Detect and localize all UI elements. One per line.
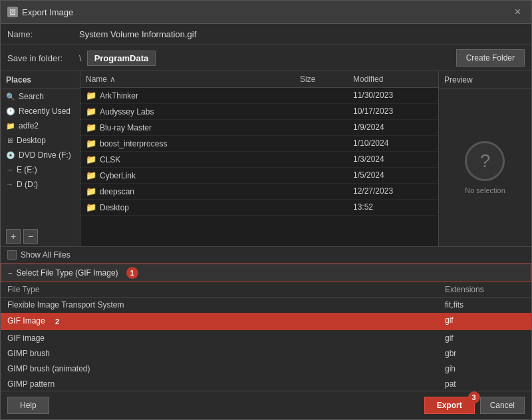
sidebar-item-recently-used[interactable]: 🕐 Recently Used — [1, 104, 80, 118]
file-name-cell: 📁 deepscan — [86, 186, 300, 196]
table-row[interactable]: 📁 ArkThinker 11/30/2023 — [80, 88, 438, 104]
preview-icon: ? — [465, 141, 505, 181]
file-name-cell: 📁 CLSK — [86, 154, 300, 164]
table-row[interactable]: 📁 Blu-ray Master 1/9/2024 — [80, 120, 438, 136]
drive-icon: → — [6, 166, 13, 174]
preview-panel: Preview ? No selection — [438, 71, 531, 246]
column-name[interactable]: Name ∧ — [86, 75, 300, 84]
sidebar-item-dvd[interactable]: 💿 DVD Drive (F:) — [1, 148, 80, 162]
places-panel: Places 🔍 Search 🕐 Recently Used 📁 adfe2 … — [1, 71, 80, 246]
list-item[interactable]: GIMP brush gbr — [1, 346, 531, 361]
title-bar-left: 🖼 Export Image — [7, 7, 73, 17]
search-icon: 🔍 — [6, 93, 15, 101]
places-header: Places — [1, 71, 80, 89]
folder-label: Save in folder: — [7, 53, 74, 63]
filename-value: System Volume Information.gif — [79, 29, 196, 39]
sidebar-item-adfe2[interactable]: 📁 adfe2 — [1, 118, 80, 133]
folder-icon: 📁 — [86, 170, 96, 180]
folder-icon: 📁 — [86, 186, 96, 196]
file-name-cell: 📁 Blu-ray Master — [86, 122, 300, 132]
table-row[interactable]: 📁 Audyssey Labs 10/17/2023 — [80, 104, 438, 120]
sidebar-item-label: E (E:) — [17, 165, 37, 174]
show-all-checkbox[interactable] — [7, 250, 17, 260]
file-name-cell: 📁 boost_interprocess — [86, 138, 300, 148]
show-all-label[interactable]: Show All Files — [21, 250, 70, 260]
file-name-cell: 📁 Audyssey Labs — [86, 106, 300, 116]
folder-row: Save in folder: \ ProgramData Create Fol… — [1, 45, 531, 71]
sidebar-item-label: D (D:) — [17, 180, 38, 189]
title-bar: 🖼 Export Image × — [1, 1, 531, 24]
filetype-col-header: File Type — [7, 285, 445, 294]
sidebar-item-d[interactable]: → D (D:) — [1, 177, 80, 192]
filetype-list: Flexible Image Transport System fit,fits… — [1, 298, 531, 391]
list-item[interactable]: GIF Image 2 gif — [1, 313, 531, 331]
column-modified: Modified — [353, 75, 433, 84]
list-item[interactable]: GIMP pattern pat — [1, 377, 531, 391]
folder-icon: 📁 — [86, 122, 96, 132]
question-icon: ? — [480, 150, 491, 172]
table-row[interactable]: 📁 CLSK 1/3/2024 — [80, 152, 438, 168]
dvd-icon: 💿 — [6, 151, 15, 160]
file-name-cell: 📁 ArkThinker — [86, 91, 300, 101]
column-size: Size — [300, 75, 353, 84]
folder-sep: \ — [79, 53, 82, 63]
remove-place-button[interactable]: − — [23, 229, 38, 244]
preview-content: ? No selection — [465, 89, 505, 246]
name-row: Name: System Volume Information.gif — [1, 24, 531, 45]
folder-icon: 📁 — [86, 138, 96, 148]
sidebar-item-label: Desktop — [17, 136, 46, 145]
badge-2: 2 — [51, 315, 63, 327]
sidebar-item-e[interactable]: → E (E:) — [1, 162, 80, 177]
files-header: Name ∧ Size Modified — [80, 71, 438, 88]
collapse-arrow-icon: − — [8, 269, 12, 277]
file-name-cell: 📁 CyberLink — [86, 170, 300, 180]
folder-icon: 📁 — [86, 202, 96, 212]
main-panel: Places 🔍 Search 🕐 Recently Used 📁 adfe2 … — [1, 71, 531, 247]
help-button[interactable]: Help — [7, 397, 49, 414]
add-place-button[interactable]: + — [6, 229, 21, 244]
export-button[interactable]: Export 3 — [424, 397, 475, 414]
sidebar-item-desktop[interactable]: 🖥 Desktop — [1, 133, 80, 148]
select-filetype-label: Select File Type (GIF Image) — [16, 268, 118, 278]
extensions-col-header: Extensions — [445, 285, 525, 294]
table-row[interactable]: 📁 boost_interprocess 1/10/2024 — [80, 136, 438, 152]
sidebar-item-label: DVD Drive (F:) — [19, 150, 71, 160]
folder-path: ProgramData — [87, 51, 156, 66]
table-row[interactable]: 📁 Desktop 13:52 — [80, 200, 438, 216]
name-label: Name: — [7, 29, 74, 39]
folder-icon: 📁 — [86, 106, 96, 116]
sidebar-item-label: adfe2 — [19, 121, 39, 130]
sidebar-item-label: Search — [19, 92, 44, 101]
sidebar-item-label: Recently Used — [19, 106, 70, 116]
dialog-icon: 🖼 — [7, 7, 18, 17]
list-item[interactable]: GIMP brush (animated) gih — [1, 361, 531, 377]
filetype-table-header: File Type Extensions — [1, 282, 531, 298]
badge-3: 3 — [468, 391, 480, 403]
export-image-dialog: 🖼 Export Image × Name: System Volume Inf… — [0, 0, 532, 420]
footer-row: Help Export 3 Cancel — [1, 391, 531, 419]
cancel-button[interactable]: Cancel — [480, 397, 525, 414]
folder-icon: 📁 — [6, 122, 15, 130]
create-folder-button[interactable]: Create Folder — [456, 49, 525, 67]
drive-icon: → — [6, 180, 13, 188]
folder-icon: 📁 — [86, 91, 96, 101]
close-button[interactable]: × — [511, 5, 525, 19]
table-row[interactable]: 📁 deepscan 12/27/2023 — [80, 184, 438, 200]
places-controls: + − — [1, 226, 80, 246]
sidebar-item-search[interactable]: 🔍 Search — [1, 89, 80, 104]
no-selection-label: No selection — [465, 186, 505, 194]
folder-icon: 📁 — [86, 154, 96, 164]
clock-icon: 🕐 — [6, 107, 15, 116]
badge-1: 1 — [126, 267, 138, 279]
show-all-row: Show All Files — [1, 247, 531, 264]
list-item[interactable]: Flexible Image Transport System fit,fits — [1, 298, 531, 313]
desktop-icon: 🖥 — [6, 136, 13, 144]
list-item[interactable]: GIF image gif — [1, 331, 531, 346]
bottom-section: Show All Files − Select File Type (GIF I… — [1, 247, 531, 419]
dialog-title: Export Image — [22, 7, 73, 17]
files-panel: Name ∧ Size Modified 📁 ArkThinker 11/30/… — [80, 71, 438, 246]
select-filetype-row[interactable]: − Select File Type (GIF Image) 1 — [1, 264, 531, 282]
file-name-cell: 📁 Desktop — [86, 202, 300, 212]
preview-header: Preview — [439, 71, 531, 89]
table-row[interactable]: 📁 CyberLink 1/5/2024 — [80, 168, 438, 184]
